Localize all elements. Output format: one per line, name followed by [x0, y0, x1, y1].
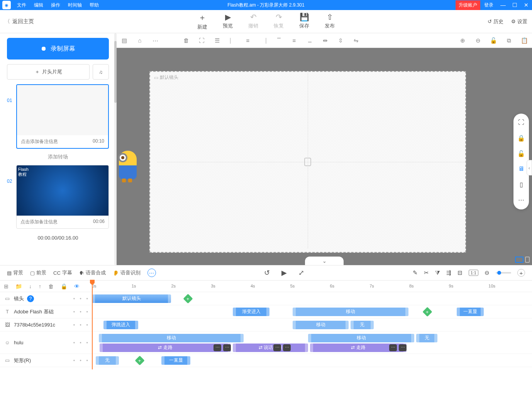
align-r-icon[interactable]: ⎹	[259, 37, 267, 44]
clip-marker[interactable]: ⋯	[223, 344, 231, 351]
clip-默认镜头[interactable]: 默认镜头	[92, 294, 171, 303]
scissors-icon[interactable]: ✂	[424, 269, 429, 276]
toolbar-预览[interactable]: ▶预览	[223, 12, 233, 31]
close-button[interactable]: ✕	[520, 2, 532, 8]
playhead[interactable]	[92, 281, 93, 369]
clip-移动[interactable]: 移动	[293, 321, 349, 329]
aspect-landscape[interactable]	[515, 257, 524, 263]
track-label[interactable]: 🖼 7378b4c55e1991c ●●●	[0, 322, 92, 328]
add-clip-button[interactable]: +	[422, 307, 432, 316]
track-lane[interactable]: 移动移动无⇄ 走路⇄ 说话介绍⇄ 走路⋯⋯⋯⋯⋯⋯	[92, 333, 532, 352]
zoom-slider[interactable]	[496, 272, 511, 274]
toolbar-发布[interactable]: ⇧发布	[325, 12, 335, 31]
add-track-button[interactable]: +	[517, 269, 525, 277]
clip-移动[interactable]: 移动	[308, 334, 414, 342]
edit-icon[interactable]: ✎	[413, 269, 418, 276]
record-screen-button[interactable]: ⏺ 录制屏幕	[7, 38, 109, 60]
midbar-语音识别[interactable]: 👂语音识别	[113, 269, 141, 276]
zoom-in-icon[interactable]: ⊕	[459, 37, 466, 44]
zoom-minus-icon[interactable]: ⊖	[485, 269, 490, 276]
more-circle-button[interactable]: ⋯	[147, 269, 156, 277]
intro-outro-button[interactable]: ＋片头片尾	[7, 64, 90, 80]
toolbar-保存[interactable]: 💾保存	[299, 12, 309, 31]
clip-弹跳进入[interactable]: 弹跳进入	[103, 321, 138, 329]
collapse-side-button[interactable]: ‹	[527, 160, 532, 175]
track-dots[interactable]: ●●●	[73, 297, 88, 300]
menu-file[interactable]: 文件	[13, 2, 30, 9]
filter-icon[interactable]: ⧩	[435, 269, 440, 276]
tl-trash-icon[interactable]: 🗑	[48, 283, 54, 289]
zoom-out-icon[interactable]: ⊖	[474, 37, 482, 44]
menu-help[interactable]: 帮助	[86, 2, 103, 9]
track-dots[interactable]: ●●●	[73, 341, 88, 344]
toolbar-新建[interactable]: ＋新建	[197, 12, 207, 31]
track-dots[interactable]: ●●●	[73, 310, 88, 313]
dist-v-icon[interactable]: ⇳	[337, 37, 344, 44]
menu-edit[interactable]: 编辑	[30, 2, 47, 9]
scene-note[interactable]: 点击添加备注信息	[20, 219, 58, 225]
clip-⇄ 说话介绍[interactable]: ⇄ 说话介绍	[233, 344, 308, 352]
phone-icon[interactable]: ▯	[517, 181, 525, 189]
minimize-button[interactable]: —	[497, 2, 509, 8]
track-label[interactable]: ☺ hulu ●●●	[0, 340, 92, 345]
tl-down-icon[interactable]: ↓	[29, 283, 32, 289]
add-transition-button[interactable]: 添加转场	[7, 152, 109, 162]
canvas[interactable]: ▭默认镜头 ⛶ 🔒 🔓 🖥 ▯ ⋯ ‹ ⌄	[117, 48, 532, 265]
fullscreen-icon[interactable]: ⛶	[517, 119, 525, 127]
align-l-icon[interactable]: ⎸	[229, 37, 236, 44]
history-button[interactable]: ↺历史	[488, 18, 503, 25]
music-button[interactable]: ♫	[93, 64, 109, 80]
clip-一直显[interactable]: 一直显	[161, 356, 190, 365]
valign-b-icon[interactable]: ⎽	[306, 37, 313, 44]
back-home-button[interactable]: 〈 返回主页	[5, 18, 34, 25]
midbar-字幕[interactable]: CC字幕	[53, 269, 72, 276]
crop-icon[interactable]: ⛶	[198, 37, 205, 44]
track-lane[interactable]: 无一直显+	[92, 356, 532, 365]
track-label[interactable]: T Adobe Flash 基础 ●●●	[0, 308, 92, 315]
layers-icon[interactable]: ▤	[120, 37, 128, 44]
menu-action[interactable]: 操作	[47, 2, 64, 9]
copy-icon[interactable]: ⧉	[505, 37, 513, 44]
upgrade-button[interactable]: 升级账户	[456, 0, 480, 10]
clip-移动[interactable]: 移动	[293, 308, 408, 316]
tl-up-icon[interactable]: ↑	[39, 283, 41, 289]
paste-icon[interactable]: 📋	[520, 37, 528, 44]
stage[interactable]: ▭默认镜头	[149, 71, 466, 253]
clip-渐变进入[interactable]: 渐变进入	[233, 308, 269, 316]
track-lane[interactable]: 渐变进入移动一直显+	[92, 307, 532, 316]
track-label[interactable]: ▭ 矩形(R) ●●●	[0, 357, 92, 364]
aspect-portrait[interactable]	[525, 257, 530, 263]
tl-folder-icon[interactable]: 📁	[15, 283, 22, 289]
monitor-icon[interactable]: 🖥	[517, 165, 525, 173]
menu-timeline[interactable]: 时间轴	[64, 2, 86, 9]
unlock-icon[interactable]: 🔓	[490, 37, 497, 44]
midbar-前景[interactable]: ▢前景	[30, 269, 46, 276]
canvas-collapse-button[interactable]: ⌄	[305, 257, 344, 265]
tl-eye-icon[interactable]: 👁	[74, 283, 80, 289]
scene-card-01[interactable]: 点击添加备注信息00:10	[16, 84, 109, 149]
delete-icon[interactable]: 🗑	[182, 37, 190, 44]
scene-card-02[interactable]: Flash教程 点击添加备注信息00:06	[16, 165, 109, 229]
clip-一直显[interactable]: 一直显	[457, 308, 484, 316]
clip-marker[interactable]: ⋯	[213, 344, 221, 351]
track-dots[interactable]: ●●●	[73, 323, 88, 327]
add-clip-button[interactable]: +	[135, 355, 144, 365]
clip-marker[interactable]: ⋯	[389, 344, 397, 351]
scene-note[interactable]: 点击添加备注信息	[21, 138, 58, 145]
clip-marker[interactable]: ⋯	[273, 344, 281, 351]
clip-⇄ 走路[interactable]: ⇄ 走路	[100, 344, 231, 352]
clip-marker[interactable]: ⋯	[399, 344, 407, 351]
midbar-语音合成[interactable]: 🗣语音合成	[79, 269, 106, 276]
track-lane[interactable]: 弹跳进入移动无	[92, 320, 532, 330]
align-c-icon[interactable]: ≡	[244, 37, 252, 44]
clip-marker[interactable]: ⋯	[283, 344, 291, 351]
valign-m-icon[interactable]: ≡	[290, 37, 298, 44]
login-button[interactable]: 登录	[480, 2, 497, 9]
dist-h-icon[interactable]: ⇹	[321, 37, 329, 44]
settings-button[interactable]: ⚙设置	[511, 18, 527, 25]
track-lane[interactable]: 默认镜头+	[92, 294, 532, 303]
ratio-button[interactable]: 1:1	[469, 270, 478, 276]
track-dots[interactable]: ●●●	[73, 359, 88, 362]
tl-lock-icon[interactable]: 🔒	[61, 283, 67, 289]
home-icon[interactable]: ⌂	[136, 37, 144, 44]
